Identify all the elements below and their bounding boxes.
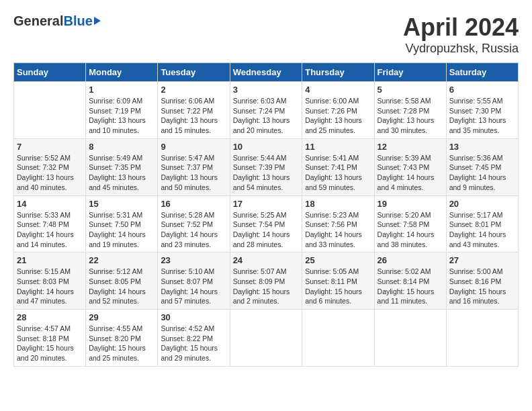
day-number: 10 [233, 142, 300, 152]
day-number: 15 [89, 199, 154, 209]
day-info: Sunrise: 5:00 AMSunset: 8:16 PMDaylight:… [449, 267, 515, 306]
day-info: Sunrise: 5:33 AMSunset: 7:48 PMDaylight:… [17, 210, 83, 250]
day-info: Sunrise: 5:31 AMSunset: 7:50 PMDaylight:… [89, 210, 154, 250]
day-info: Sunrise: 4:55 AMSunset: 8:20 PMDaylight:… [89, 324, 154, 363]
calendar-cell: 1Sunrise: 6:09 AMSunset: 7:19 PMDaylight… [86, 82, 158, 139]
day-number: 17 [233, 199, 300, 209]
day-number: 24 [233, 255, 300, 265]
calendar-cell: 20Sunrise: 5:17 AMSunset: 8:01 PMDayligh… [446, 195, 518, 253]
day-info: Sunrise: 5:49 AMSunset: 7:35 PMDaylight:… [89, 153, 154, 193]
day-info: Sunrise: 5:23 AMSunset: 7:56 PMDaylight:… [305, 210, 371, 250]
day-info: Sunrise: 5:58 AMSunset: 7:28 PMDaylight:… [378, 96, 443, 136]
calendar-cell: 9Sunrise: 5:47 AMSunset: 7:37 PMDaylight… [158, 138, 230, 195]
title-block: April 2024 Vydropuzhsk, Russia [403, 13, 519, 56]
day-number: 7 [17, 142, 83, 152]
day-number: 3 [233, 85, 300, 95]
day-info: Sunrise: 6:06 AMSunset: 7:22 PMDaylight:… [161, 96, 226, 136]
calendar-cell: 27Sunrise: 5:00 AMSunset: 8:16 PMDayligh… [446, 253, 518, 310]
day-number: 16 [161, 199, 226, 209]
day-number: 25 [305, 255, 371, 265]
day-number: 18 [305, 199, 371, 209]
calendar-cell: 2Sunrise: 6:06 AMSunset: 7:22 PMDaylight… [158, 82, 230, 139]
day-number: 13 [449, 142, 515, 152]
calendar-cell: 18Sunrise: 5:23 AMSunset: 7:56 PMDayligh… [302, 195, 374, 253]
day-info: Sunrise: 4:52 AMSunset: 8:22 PMDaylight:… [161, 324, 226, 363]
calendar-cell: 23Sunrise: 5:10 AMSunset: 8:07 PMDayligh… [158, 253, 230, 310]
calendar-cell: 30Sunrise: 4:52 AMSunset: 8:22 PMDayligh… [158, 310, 230, 367]
calendar-cell: 21Sunrise: 5:15 AMSunset: 8:03 PMDayligh… [14, 253, 86, 310]
logo-arrow-icon [94, 17, 101, 25]
weekday-header-tuesday: Tuesday [158, 63, 230, 82]
day-info: Sunrise: 5:07 AMSunset: 8:09 PMDaylight:… [233, 267, 300, 306]
day-number: 22 [89, 255, 154, 265]
calendar-cell: 22Sunrise: 5:12 AMSunset: 8:05 PMDayligh… [86, 253, 158, 310]
day-number: 30 [161, 312, 226, 322]
day-number: 21 [17, 255, 83, 265]
day-number: 23 [161, 255, 226, 265]
calendar-cell: 4Sunrise: 6:00 AMSunset: 7:26 PMDaylight… [302, 82, 374, 139]
calendar-cell [14, 82, 86, 139]
weekday-header-sunday: Sunday [14, 63, 86, 82]
day-info: Sunrise: 5:55 AMSunset: 7:30 PMDaylight:… [449, 96, 515, 136]
day-info: Sunrise: 5:39 AMSunset: 7:43 PMDaylight:… [378, 153, 443, 193]
weekday-header-wednesday: Wednesday [230, 63, 302, 82]
calendar-cell: 19Sunrise: 5:20 AMSunset: 7:58 PMDayligh… [374, 195, 446, 253]
calendar-cell: 13Sunrise: 5:36 AMSunset: 7:45 PMDayligh… [446, 138, 518, 195]
calendar-cell: 17Sunrise: 5:25 AMSunset: 7:54 PMDayligh… [230, 195, 302, 253]
week-row-2: 7Sunrise: 5:52 AMSunset: 7:32 PMDaylight… [14, 138, 519, 195]
weekday-header-monday: Monday [86, 63, 158, 82]
calendar-cell: 12Sunrise: 5:39 AMSunset: 7:43 PMDayligh… [374, 138, 446, 195]
logo: General Blue [13, 13, 101, 29]
day-number: 14 [17, 199, 83, 209]
day-info: Sunrise: 5:15 AMSunset: 8:03 PMDaylight:… [17, 267, 83, 306]
day-info: Sunrise: 5:12 AMSunset: 8:05 PMDaylight:… [89, 267, 154, 306]
calendar-cell [374, 310, 446, 367]
calendar-cell: 14Sunrise: 5:33 AMSunset: 7:48 PMDayligh… [14, 195, 86, 253]
day-info: Sunrise: 5:17 AMSunset: 8:01 PMDaylight:… [449, 210, 515, 250]
day-number: 28 [17, 312, 83, 322]
page-header: General Blue April 2024 Vydropuzhsk, Rus… [13, 13, 519, 56]
day-number: 11 [305, 142, 371, 152]
weekday-header-row: SundayMondayTuesdayWednesdayThursdayFrid… [14, 63, 519, 82]
week-row-3: 14Sunrise: 5:33 AMSunset: 7:48 PMDayligh… [14, 195, 519, 253]
day-number: 20 [449, 199, 515, 209]
day-number: 12 [378, 142, 443, 152]
day-info: Sunrise: 5:44 AMSunset: 7:39 PMDaylight:… [233, 153, 300, 193]
day-number: 8 [89, 142, 154, 152]
day-number: 26 [378, 255, 443, 265]
day-info: Sunrise: 5:10 AMSunset: 8:07 PMDaylight:… [161, 267, 226, 306]
calendar-cell: 28Sunrise: 4:57 AMSunset: 8:18 PMDayligh… [14, 310, 86, 367]
day-number: 4 [305, 85, 371, 95]
day-info: Sunrise: 5:36 AMSunset: 7:45 PMDaylight:… [449, 153, 515, 193]
calendar-table: SundayMondayTuesdayWednesdayThursdayFrid… [13, 62, 519, 367]
day-number: 27 [449, 255, 515, 265]
day-info: Sunrise: 4:57 AMSunset: 8:18 PMDaylight:… [17, 324, 83, 363]
calendar-cell: 16Sunrise: 5:28 AMSunset: 7:52 PMDayligh… [158, 195, 230, 253]
day-info: Sunrise: 5:25 AMSunset: 7:54 PMDaylight:… [233, 210, 300, 250]
day-number: 1 [89, 85, 154, 95]
day-number: 2 [161, 85, 226, 95]
calendar-cell [446, 310, 518, 367]
month-title: April 2024 [403, 13, 519, 42]
day-number: 19 [378, 199, 443, 209]
day-info: Sunrise: 5:02 AMSunset: 8:14 PMDaylight:… [378, 267, 443, 306]
calendar-cell: 15Sunrise: 5:31 AMSunset: 7:50 PMDayligh… [86, 195, 158, 253]
weekday-header-saturday: Saturday [446, 63, 518, 82]
calendar-cell: 10Sunrise: 5:44 AMSunset: 7:39 PMDayligh… [230, 138, 302, 195]
calendar-cell: 24Sunrise: 5:07 AMSunset: 8:09 PMDayligh… [230, 253, 302, 310]
location-title: Vydropuzhsk, Russia [403, 42, 519, 56]
day-info: Sunrise: 5:05 AMSunset: 8:11 PMDaylight:… [305, 267, 371, 306]
day-info: Sunrise: 5:47 AMSunset: 7:37 PMDaylight:… [161, 153, 226, 193]
day-info: Sunrise: 5:52 AMSunset: 7:32 PMDaylight:… [17, 153, 83, 193]
logo-general: General [13, 13, 63, 29]
calendar-cell: 29Sunrise: 4:55 AMSunset: 8:20 PMDayligh… [86, 310, 158, 367]
day-info: Sunrise: 6:09 AMSunset: 7:19 PMDaylight:… [89, 96, 154, 136]
calendar-cell: 11Sunrise: 5:41 AMSunset: 7:41 PMDayligh… [302, 138, 374, 195]
week-row-1: 1Sunrise: 6:09 AMSunset: 7:19 PMDaylight… [14, 82, 519, 139]
weekday-header-friday: Friday [374, 63, 446, 82]
calendar-cell: 5Sunrise: 5:58 AMSunset: 7:28 PMDaylight… [374, 82, 446, 139]
calendar-cell: 3Sunrise: 6:03 AMSunset: 7:24 PMDaylight… [230, 82, 302, 139]
calendar-cell [230, 310, 302, 367]
day-info: Sunrise: 6:03 AMSunset: 7:24 PMDaylight:… [233, 96, 300, 136]
day-number: 5 [378, 85, 443, 95]
